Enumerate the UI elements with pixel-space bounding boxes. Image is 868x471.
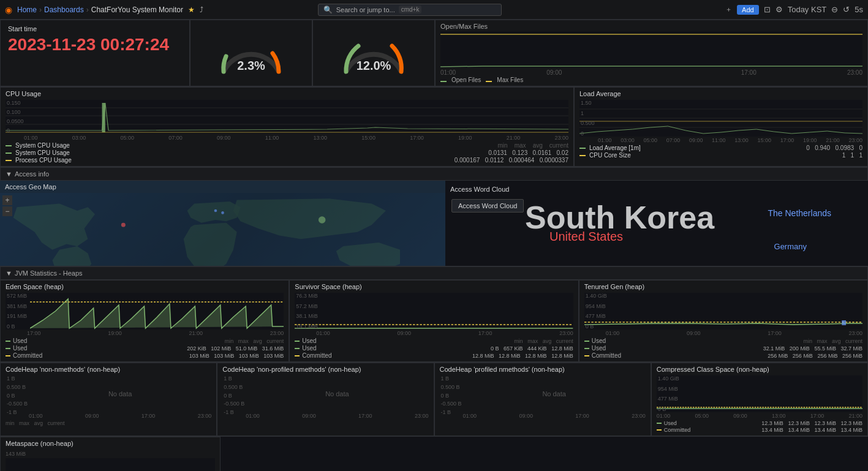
zoom-in-button[interactable]: + (2, 195, 12, 205)
jvm-section-header[interactable]: ▼ JVM Statistics - Heaps (0, 266, 868, 280)
metaspace-y-label: 143 MiB (6, 450, 215, 458)
eden-legend: Used min max avg current Used 202 KiB 10… (6, 337, 284, 359)
sep1: › (39, 6, 42, 14)
word-cloud-button[interactable]: Access Word Cloud (451, 199, 524, 213)
geo-map-panel: Access Geo Map (0, 181, 445, 266)
united-states-word: United States (549, 230, 623, 244)
eden-x-labels: 17:0019:0021:0023:00 (6, 330, 284, 336)
sep2: › (86, 6, 89, 14)
keyboard-shortcut: cmd+k (399, 6, 422, 13)
codeheap-nm-title: CodeHeap 'non-nmethods' (non-heap) (6, 366, 211, 373)
tenured-x-labels: 01:0009:0017:0023:00 (584, 330, 862, 336)
netherlands-word: The Netherlands (768, 208, 831, 218)
codeheap-np-title: CodeHeap 'non-profiled nmethods' (non-he… (222, 366, 428, 373)
codeheap-nm-chart-area: 1 B 0.500 B 0 B -0.500 B -1 B No data (6, 375, 211, 412)
load-legend: Load Average [1m] 0 0.940 0.0983 0 CPU C… (579, 145, 862, 159)
codeheap-nm-x-labels: 01:0009:0017:0023:00 (29, 413, 211, 419)
codeheap-non-profiled-panel: CodeHeap 'non-profiled nmethods' (non-he… (217, 363, 434, 436)
refresh-interval[interactable]: 5s (855, 5, 863, 14)
gauge1-panel: 2.3% (190, 20, 312, 86)
gauge1-container: 2.3% (211, 29, 291, 78)
star-icon[interactable]: ★ (188, 6, 195, 14)
grafana-logo: ◉ (5, 5, 12, 15)
search-placeholder: Search or jump to... (336, 6, 395, 13)
tenured-legend: Used min max avg current Used 32.1 MiB 2… (584, 337, 862, 359)
dashboard: Start time 2023-11-23 00:27:24 2.3% (0, 20, 868, 471)
dashboard-title: ChatForYou System Monitor (91, 6, 183, 14)
open-files-legend-dot (440, 77, 447, 83)
start-time-value: 2023-11-23 00:27:24 (8, 35, 182, 55)
breadcrumb: Home › Dashboards › ChatForYou System Mo… (17, 6, 203, 14)
open-files-legend-label: Open Files (451, 77, 481, 83)
top-row: Start time 2023-11-23 00:27:24 2.3% (0, 20, 868, 87)
codeheap-non-methods-panel: CodeHeap 'non-nmethods' (non-heap) 1 B 0… (0, 363, 217, 436)
jvm-section-label: JVM Statistics - Heaps (15, 269, 83, 277)
search-bar: 🔍 Search or jump to... cmd+k (318, 4, 502, 16)
cpu-legend: System CPU Usage min max avg current Sys… (6, 142, 568, 164)
cpu-title: CPU Usage (6, 90, 568, 97)
codeheap-p-x-labels: 01:0009:0017:0023:00 (463, 413, 646, 419)
home-link[interactable]: Home (17, 6, 37, 14)
start-time-label: Start time (8, 25, 182, 32)
gauge2-value: 12.0% (357, 59, 391, 73)
svg-point-12 (319, 216, 326, 224)
cpu-headers: min max avg current (497, 142, 568, 149)
start-time-panel: Start time 2023-11-23 00:27:24 (0, 20, 190, 86)
tenured-title: Tenured Gen (heap) (584, 283, 862, 290)
plus-icon[interactable]: ＋ (725, 5, 732, 14)
compressed-x-labels: 01:0005:0009:0013:0017:0021:00 (657, 413, 862, 419)
germany-word: Germany (774, 242, 807, 251)
tv-mode-button[interactable]: ⊡ (764, 5, 771, 14)
eden-title: Eden Space (heap) (6, 283, 284, 290)
load-x-labels: 01:0003:00 05:0007:00 09:0011:00 13:0015… (579, 137, 862, 143)
non-heap-row: CodeHeap 'non-nmethods' (non-heap) 1 B 0… (0, 363, 868, 437)
metaspace-panel: Metaspace (non-heap) 143 MiB (0, 437, 221, 471)
geo-map-title: Access Geo Map (0, 181, 445, 193)
eden-panel: Eden Space (heap) 572 MiB 381 MiB 191 Mi… (0, 280, 289, 362)
access-row: Access Geo Map (0, 181, 868, 266)
time-picker[interactable]: Today KST (788, 5, 827, 14)
files-chart (440, 31, 862, 68)
add-button[interactable]: Add (737, 5, 759, 15)
zoom-out-button[interactable]: ⊖ (831, 5, 838, 14)
word-cloud-title: Access Word Cloud (450, 186, 863, 193)
jvm-heaps-row: Eden Space (heap) 572 MiB 381 MiB 191 Mi… (0, 280, 868, 363)
codeheap-np-chart-area: 1 B 0.500 B 0 B -0.500 B -1 B No data (222, 375, 428, 412)
word-cloud-panel: Access Word Cloud Access Word Cloud Sout… (445, 181, 868, 266)
metaspace-row: Metaspace (non-heap) 143 MiB (0, 437, 868, 471)
files-title: Open/Max Files (440, 23, 862, 30)
svg-point-9 (121, 223, 126, 227)
topbar: ◉ Home › Dashboards › ChatForYou System … (0, 0, 868, 20)
zoom-out-button[interactable]: − (2, 206, 12, 216)
map-controls[interactable]: + − (2, 195, 12, 216)
svg-rect-16 (842, 320, 846, 325)
max-files-legend-label: Max Files (497, 77, 523, 83)
system-cpu-label: System CPU Usage (15, 142, 70, 149)
svg-point-11 (221, 211, 224, 214)
cpu-x-labels: 01:0003:00 05:0007:00 09:0011:00 13:0015… (6, 135, 568, 141)
codeheap-p-no-data: No data (463, 375, 646, 412)
codeheap-nm-no-data: No data (29, 375, 211, 412)
compressed-legend: Used 12.3 MiB 12.3 MiB 12.3 MiB 12.3 MiB… (657, 420, 862, 433)
tenured-chart: 1.40 GiB 954 MiB 477 MiB 0 B (584, 293, 862, 330)
files-panel: Open/Max Files 01:0009:0017:0023:00 Open… (435, 20, 868, 86)
refresh-button[interactable]: ↺ (843, 5, 850, 14)
metaspace-title: Metaspace (non-heap) (6, 440, 215, 447)
dashboards-link[interactable]: Dashboards (44, 6, 84, 14)
survivor-x-labels: 01:0009:0017:0023:00 (295, 330, 573, 336)
tenured-panel: Tenured Gen (heap) 1.40 GiB 954 MiB 477 … (579, 280, 868, 362)
svg-point-10 (214, 209, 217, 213)
survivor-legend: Used min max avg current Used 0 B 657 Ki… (295, 337, 573, 359)
settings-button[interactable]: ⚙ (776, 5, 783, 14)
gauge2-container: 12.0% (334, 29, 413, 78)
eden-chart: 572 MiB 381 MiB 191 MiB 0 B (6, 293, 284, 330)
access-section-header[interactable]: ▼ Access info (0, 167, 868, 181)
survivor-panel: Survivor Space (heap) 76.3 MiB 57.2 MiB … (289, 280, 578, 362)
share-icon[interactable]: ⤴ (200, 6, 203, 14)
gauge2-panel: 12.0% (312, 20, 435, 86)
cpu-chart: 0.150 0.100 0.0500 0 (6, 100, 568, 134)
codeheap-p-chart-area: 1 B 0.500 B 0 B -0.500 B -1 B No data (440, 375, 646, 412)
codeheap-profiled-panel: CodeHeap 'profiled nmethods' (non-heap) … (434, 363, 651, 436)
metaspace-chart (6, 458, 215, 471)
survivor-chart: 76.3 MiB 57.2 MiB 38.1 MiB 19.1 MiB (295, 293, 573, 330)
